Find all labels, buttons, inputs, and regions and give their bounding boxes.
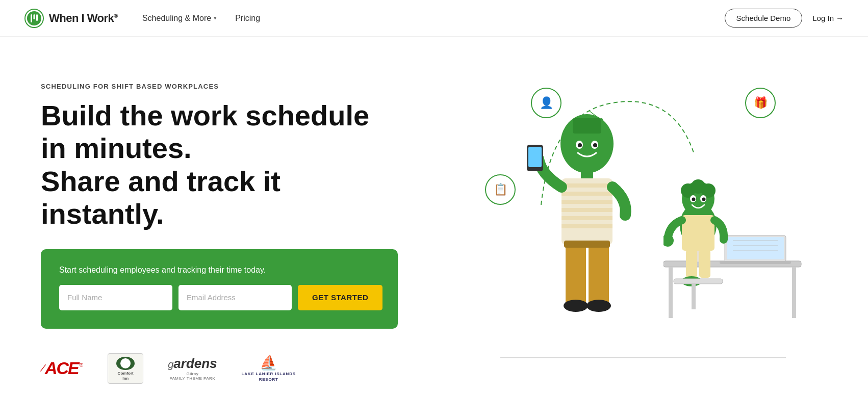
illustration: 👤 📋 🎁 (470, 72, 816, 368)
comfort-inn-logo: ComfortInn (108, 353, 143, 384)
svg-rect-47 (686, 250, 697, 278)
svg-rect-2 (31, 14, 32, 22)
ace-logo: ╱ ACE ® (41, 353, 83, 384)
svg-rect-12 (581, 169, 593, 179)
svg-rect-46 (682, 215, 714, 251)
cta-form: GET STARTED (59, 285, 379, 310)
svg-point-45 (702, 198, 706, 201)
hero-eyebrow: SCHEDULING FOR SHIFT BASED WORKPLACES (41, 83, 459, 90)
navbar: When I Work® Scheduling & More ▾ Pricing… (0, 0, 868, 37)
svg-rect-50 (674, 279, 723, 284)
main-character (521, 108, 653, 353)
svg-rect-35 (720, 261, 791, 264)
svg-point-10 (578, 143, 582, 147)
svg-rect-26 (564, 241, 610, 248)
logos-row: ╱ ACE ® ComfortInn gardens GilroyFAMILY … (41, 353, 459, 384)
nav-actions: Schedule Demo Log In → (725, 9, 844, 28)
hero-right: 👤 📋 🎁 (459, 67, 827, 373)
gift-icon-circle: 🎁 (745, 88, 776, 118)
svg-point-25 (586, 300, 611, 312)
svg-rect-19 (561, 224, 612, 228)
lake-lanier-logo: ⛵ Lake Lanier IslandsResort (242, 353, 296, 384)
svg-rect-48 (699, 250, 710, 278)
desk-character (663, 179, 806, 353)
hero-section: SCHEDULING FOR SHIFT BASED WORKPLACES Bu… (0, 37, 868, 397)
svg-rect-15 (561, 192, 612, 196)
svg-point-11 (593, 143, 597, 147)
hero-left: SCHEDULING FOR SHIFT BASED WORKPLACES Bu… (41, 67, 459, 384)
cta-box: Start scheduling employees and tracking … (41, 249, 398, 329)
svg-rect-7 (573, 118, 601, 134)
document-icon: 📋 (494, 183, 507, 196)
cta-tagline: Start scheduling employees and tracking … (59, 266, 379, 275)
svg-rect-16 (561, 200, 612, 204)
svg-point-44 (692, 198, 696, 201)
svg-rect-17 (561, 208, 612, 212)
svg-rect-21 (528, 147, 542, 167)
svg-rect-28 (669, 267, 673, 318)
svg-rect-18 (561, 216, 612, 220)
ground-line (470, 353, 816, 363)
email-input[interactable] (178, 285, 292, 310)
hero-headline: Build the work schedule in minutes. Shar… (41, 99, 398, 231)
svg-point-24 (564, 300, 588, 312)
logo-text: When I Work® (49, 12, 118, 25)
nav-scheduling[interactable]: Scheduling & More ▾ (142, 14, 217, 23)
svg-rect-29 (792, 267, 796, 318)
svg-rect-22 (566, 243, 586, 304)
gilroy-gardens-logo: gardens GilroyFAMILY THEME PARK (168, 353, 217, 384)
login-button[interactable]: Log In → (812, 14, 844, 22)
gift-icon: 🎁 (754, 96, 768, 110)
schedule-demo-button[interactable]: Schedule Demo (725, 9, 803, 28)
chevron-down-icon: ▾ (214, 15, 217, 21)
nav-pricing[interactable]: Pricing (235, 14, 260, 23)
arrow-right-icon: → (836, 14, 844, 22)
svg-rect-23 (589, 243, 609, 304)
logo[interactable]: When I Work® (24, 9, 118, 28)
full-name-input[interactable] (59, 285, 172, 310)
svg-rect-51 (692, 284, 696, 309)
svg-rect-14 (561, 183, 612, 188)
document-icon-circle: 📋 (485, 174, 516, 205)
logo-icon (24, 9, 44, 28)
svg-rect-4 (36, 14, 38, 21)
nav-links: Scheduling & More ▾ Pricing (142, 14, 725, 23)
get-started-button[interactable]: GET STARTED (298, 285, 382, 310)
svg-rect-3 (34, 14, 35, 19)
